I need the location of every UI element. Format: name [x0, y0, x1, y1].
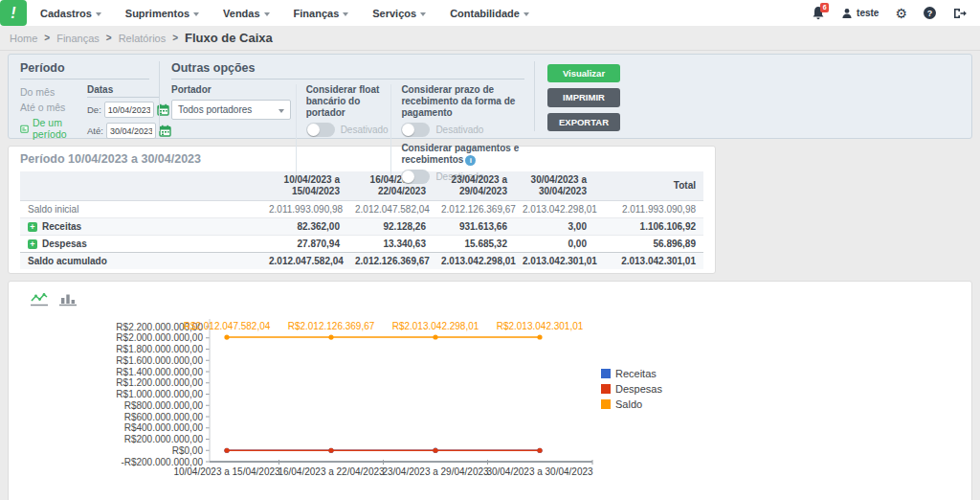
legend-item: Saldo — [601, 398, 662, 410]
pagamentos-toggle-label: Considerar pagamentos e recebimentosi — [401, 143, 534, 166]
visualizar-button[interactable]: Visualizar — [547, 64, 620, 82]
svg-text:R$1.800.000.000,00: R$1.800.000.000,00 — [116, 344, 203, 354]
logout-icon — [952, 7, 967, 20]
settings-button[interactable]: ⚙ — [895, 7, 907, 20]
expand-row-button[interactable]: + — [28, 239, 37, 249]
chart-panel: R$2.200.000.000,00R$2.000.000.000,00R$1.… — [8, 281, 972, 500]
period-options: Do mêsAté o mêsDe um período — [20, 84, 87, 144]
period-option[interactable]: De um período — [20, 117, 87, 140]
period-option[interactable]: Do mês — [20, 86, 87, 98]
svg-text:R$1.200.000.000,00: R$1.200.000.000,00 — [116, 377, 203, 388]
line-chart-icon[interactable] — [30, 292, 49, 307]
date-from-label: De: — [87, 104, 101, 115]
table-row: +Receitas82.362,0092.128,26931.613,663,0… — [20, 218, 703, 236]
prazo-toggle-column: Considerar prazo de recebimento da forma… — [390, 84, 534, 184]
chevron-down-icon — [96, 12, 101, 16]
legend-swatch — [601, 384, 611, 394]
help-button[interactable]: ? — [924, 7, 936, 19]
logout-button[interactable] — [952, 7, 967, 20]
cell-value: 2.012.126.369,67 — [347, 253, 434, 270]
breadcrumb-link[interactable]: Relatórios — [119, 33, 167, 44]
breadcrumb-link[interactable]: Finanças — [56, 33, 100, 44]
expand-row-button[interactable]: + — [28, 222, 37, 232]
dates-title: Datas — [87, 84, 159, 98]
cell-value: 0,00 — [515, 236, 594, 253]
svg-text:16/04/2023 a 22/04/2023: 16/04/2023 a 22/04/2023 — [278, 466, 385, 477]
cell-value: 2.013.042.298,01 — [515, 201, 594, 218]
svg-text:R$1.400.000.000,00: R$1.400.000.000,00 — [116, 367, 203, 377]
notifications-button[interactable]: 6 — [812, 6, 825, 20]
nav-item-suprimentos[interactable]: Suprimentos — [125, 8, 199, 19]
cell-value: 2.013.042.301,01 — [594, 253, 703, 270]
cell-value: 2.013.042.301,01 — [515, 253, 594, 270]
svg-text:R$2.013.042.298,01: R$2.013.042.298,01 — [392, 321, 479, 331]
nav-item-vendas[interactable]: Vendas — [223, 8, 270, 19]
top-navbar: ! CadastrosSuprimentosVendasFinançasServ… — [0, 0, 980, 26]
row-label: +Receitas — [20, 218, 261, 236]
period-title: Período — [20, 61, 149, 80]
nav-item-cadastros[interactable]: Cadastros — [40, 8, 101, 19]
chevron-down-icon — [264, 12, 270, 16]
other-options-section: Outras opções Portador Todos portadores … — [159, 61, 534, 131]
svg-text:R$2.013.042.301,01: R$2.013.042.301,01 — [497, 321, 584, 331]
float-toggle-state: Desativado — [341, 125, 389, 135]
cash-flow-table: 10/04/2023 a 15/04/202316/04/2023 a 22/0… — [20, 171, 703, 269]
date-to-input[interactable] — [106, 123, 156, 139]
svg-text:R$2.000.000.000,00: R$2.000.000.000,00 — [116, 332, 203, 343]
cell-value: 56.896,89 — [594, 236, 703, 253]
date-from-input[interactable] — [104, 102, 154, 118]
period-option[interactable]: Até o mês — [20, 102, 87, 113]
cell-value: 82.362,00 — [261, 218, 347, 236]
actions-section: Visualizar IMPRIMIR EXPORTAR — [534, 61, 635, 131]
row-label: +Despesas — [20, 236, 261, 253]
column-header: Total — [594, 171, 703, 201]
cell-value: 2.011.993.090,98 — [594, 201, 703, 218]
user-menu-button[interactable]: teste — [841, 8, 879, 19]
info-icon[interactable]: i — [465, 155, 476, 166]
cell-value: 2.013.042.298,01 — [434, 253, 515, 270]
breadcrumb-separator: > — [44, 33, 50, 43]
date-to-label: Até: — [87, 125, 103, 136]
prazo-toggle[interactable] — [401, 123, 430, 137]
chart-toolbar — [30, 292, 78, 307]
breadcrumb-separator: > — [172, 33, 178, 43]
nav-item-finanças[interactable]: Finanças — [294, 8, 349, 19]
app-logo[interactable]: ! — [0, 0, 27, 26]
cell-value: 15.685,32 — [434, 236, 515, 253]
legend-swatch — [601, 369, 611, 378]
other-options-title: Outras opções — [171, 61, 524, 80]
svg-text:R$200.000.000,00: R$200.000.000,00 — [124, 434, 204, 444]
cell-value: 2.012.126.369,67 — [434, 201, 515, 218]
legend-item: Receitas — [601, 368, 662, 379]
cell-value: 931.613,66 — [434, 218, 515, 236]
cell-value: 13.340,63 — [347, 236, 434, 253]
nav-item-serviços[interactable]: Serviços — [372, 8, 426, 19]
bar-chart-icon[interactable] — [58, 292, 78, 307]
period-section: Período Do mêsAté o mêsDe um período Dat… — [20, 61, 159, 131]
svg-text:23/04/2023 a 29/04/2023: 23/04/2023 a 29/04/2023 — [382, 466, 489, 477]
cell-value: 27.870,94 — [261, 236, 347, 253]
svg-text:R$800.000.000,00: R$800.000.000,00 — [124, 400, 204, 411]
portador-selected-value: Todos portadores — [178, 104, 252, 115]
help-icon: ? — [924, 7, 936, 19]
svg-text:R$2.012.126.369,67: R$2.012.126.369,67 — [288, 321, 375, 331]
breadcrumb-separator: > — [106, 33, 112, 43]
imprimir-button[interactable]: IMPRIMIR — [547, 88, 620, 106]
nav-item-contabilidade[interactable]: Contabilidade — [450, 8, 529, 19]
svg-text:R$1.600.000.000,00: R$1.600.000.000,00 — [116, 355, 203, 366]
legend-swatch — [601, 399, 611, 409]
breadcrumb-link[interactable]: Home — [10, 33, 37, 44]
cell-value: 1.106.106,92 — [594, 218, 703, 236]
table-row: +Despesas27.870,9413.340,6315.685,320,00… — [20, 236, 703, 253]
cash-flow-chart: R$2.200.000.000,00R$2.000.000.000,00R$1.… — [9, 282, 971, 500]
cell-value: 3,00 — [515, 218, 594, 236]
svg-text:R$1.000.000.000,00: R$1.000.000.000,00 — [116, 389, 203, 399]
exportar-button[interactable]: EXPORTAR — [547, 113, 620, 131]
float-toggle[interactable] — [306, 123, 335, 137]
pagamentos-toggle[interactable] — [401, 170, 430, 184]
float-toggle-column: Considerar float bancário do portador De… — [296, 84, 391, 184]
prazo-toggle-label: Considerar prazo de recebimento da forma… — [401, 84, 534, 119]
portador-label: Portador — [171, 84, 296, 96]
chevron-down-icon — [193, 12, 199, 16]
portador-select[interactable]: Todos portadores — [171, 100, 291, 120]
